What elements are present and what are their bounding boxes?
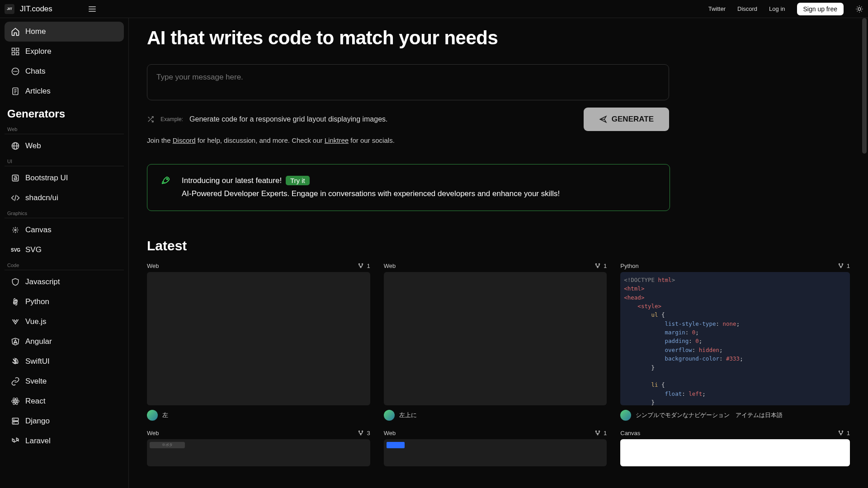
svg-line-33 xyxy=(13,231,14,232)
card-preview[interactable] xyxy=(620,439,850,466)
brand-name[interactable]: JIT.codes xyxy=(20,5,52,14)
fork-icon xyxy=(594,430,601,436)
sidebar-item-label: Django xyxy=(25,417,50,426)
fork-icon xyxy=(594,263,601,269)
card-preview[interactable] xyxy=(384,272,607,405)
topbar: JIT JIT.codes Twitter Discord Log in Sig… xyxy=(0,0,868,18)
sidebar-item-chats[interactable]: Chats xyxy=(5,61,124,81)
chat-icon xyxy=(11,67,20,76)
home-icon xyxy=(11,27,20,36)
svg-point-53 xyxy=(597,267,598,268)
svg-line-32 xyxy=(17,231,18,232)
sidebar-item-canvas[interactable]: Canvas xyxy=(5,220,124,240)
card-preview[interactable] xyxy=(384,439,607,466)
fork-icon xyxy=(358,430,364,436)
discord-link[interactable]: Discord xyxy=(173,136,196,144)
sidebar-item-vue[interactable]: Vue.js xyxy=(5,312,124,332)
sidebar-item-label: Explore xyxy=(25,47,52,56)
svg-line-31 xyxy=(13,228,14,229)
sidebar-item-react[interactable]: React xyxy=(5,391,124,411)
svg-rect-12 xyxy=(16,52,19,55)
svg-point-36 xyxy=(12,400,19,403)
top-right-nav: Twitter Discord Log in Sign up free xyxy=(708,3,863,15)
sidebar-item-angular[interactable]: Angular xyxy=(5,332,124,352)
nav-login[interactable]: Log in xyxy=(769,5,785,12)
sun-icon[interactable] xyxy=(855,5,863,13)
svg-point-42 xyxy=(14,422,14,423)
linktree-link[interactable]: Linktree xyxy=(325,136,349,144)
hamburger-icon[interactable] xyxy=(89,5,98,14)
mini-badge xyxy=(387,442,405,448)
card-preview[interactable]: ※ボタ xyxy=(147,439,370,466)
sidebar-item-svg[interactable]: SVG SVG xyxy=(5,240,124,260)
shuffle-icon[interactable] xyxy=(147,116,154,123)
main-content: AI that writes code to match your needs … xyxy=(129,18,868,488)
sidebar-item-label: React xyxy=(25,397,45,406)
try-it-button[interactable]: Try it xyxy=(286,176,310,185)
nav-discord[interactable]: Discord xyxy=(737,5,757,12)
avatar[interactable] xyxy=(147,410,158,421)
sidebar-item-label: Svelte xyxy=(25,377,47,386)
sidebar-item-label: Laravel xyxy=(25,436,51,446)
nav-twitter[interactable]: Twitter xyxy=(708,5,726,12)
card-type: Web xyxy=(147,430,159,436)
sidebar-item-label: Javascript xyxy=(25,277,60,286)
svg-line-7 xyxy=(857,11,858,11)
svg-rect-10 xyxy=(16,48,19,51)
sidebar-item-python[interactable]: Python xyxy=(5,292,124,312)
sidebar-item-label: Web xyxy=(25,141,41,150)
card[interactable]: Web 1 xyxy=(384,430,607,466)
sidebar-item-swiftui[interactable]: SwiftUI xyxy=(5,352,124,371)
svg-rect-11 xyxy=(12,52,15,55)
svg-line-25 xyxy=(14,195,16,201)
prompt-box[interactable] xyxy=(147,64,669,100)
sidebar-item-laravel[interactable]: Laravel xyxy=(5,431,124,451)
card[interactable]: Web 1 左上に xyxy=(384,263,607,421)
svg-point-55 xyxy=(842,264,843,265)
sidebar-item-label: SwiftUI xyxy=(25,357,50,366)
card-type: Web xyxy=(147,263,159,269)
join-text: Join the xyxy=(147,136,173,144)
sidebar-item-django[interactable]: Django xyxy=(5,411,124,431)
card[interactable]: Web 1 左 xyxy=(147,263,370,421)
logo-icon: JIT xyxy=(5,4,14,14)
card[interactable]: Python 1 <!DOCTYPE html> <html> <head> <… xyxy=(620,263,850,421)
card-preview-code[interactable]: <!DOCTYPE html> <html> <head> <style> ul… xyxy=(620,272,850,405)
shield-icon xyxy=(11,277,20,286)
card[interactable]: Canvas 1 xyxy=(620,430,850,466)
swift-icon xyxy=(11,357,20,366)
join-text: for help, discussion, and more. Check ou… xyxy=(196,136,325,144)
announcement-body: AI-Powered Developer Experts. Engage in … xyxy=(182,188,560,201)
sidebar-item-javascript[interactable]: Javascript xyxy=(5,272,124,292)
card-type: Web xyxy=(384,430,396,436)
svg-point-41 xyxy=(14,419,14,420)
sidebar-item-home[interactable]: Home xyxy=(5,22,124,42)
svg-point-64 xyxy=(842,431,843,432)
page-headline: AI that writes code to match your needs xyxy=(147,27,850,49)
card-preview[interactable] xyxy=(147,272,370,405)
generate-button[interactable]: GENERATE xyxy=(584,108,669,131)
scrollbar[interactable] xyxy=(861,18,868,488)
svg-line-45 xyxy=(148,117,150,118)
sidebar-item-articles[interactable]: Articles xyxy=(5,81,124,101)
sidebar-item-bootstrap[interactable]: Bootstrap UI xyxy=(5,168,124,188)
svg-point-62 xyxy=(597,434,598,435)
scrollbar-thumb[interactable] xyxy=(862,18,867,154)
avatar[interactable] xyxy=(384,410,395,421)
fork-icon xyxy=(838,263,844,269)
sidebar-item-svelte[interactable]: Svelte xyxy=(5,371,124,391)
link-icon xyxy=(11,377,20,386)
prompt-input[interactable] xyxy=(156,73,660,82)
avatar[interactable] xyxy=(620,410,631,421)
svg-point-58 xyxy=(362,431,363,432)
sidebar-item-label: shadcn/ui xyxy=(25,193,58,202)
card[interactable]: Web 3 ※ボタ xyxy=(147,430,370,466)
sidebar-item-explore[interactable]: Explore xyxy=(5,42,124,61)
sidebar-item-web[interactable]: Web xyxy=(5,136,124,156)
fork-icon xyxy=(838,430,844,436)
svg-line-5 xyxy=(857,6,858,7)
signup-button[interactable]: Sign up free xyxy=(797,3,844,15)
example-text[interactable]: Generate code for a responsive grid layo… xyxy=(189,115,387,123)
svg-point-15 xyxy=(15,71,16,72)
sidebar-item-shadcn[interactable]: shadcn/ui xyxy=(5,188,124,208)
